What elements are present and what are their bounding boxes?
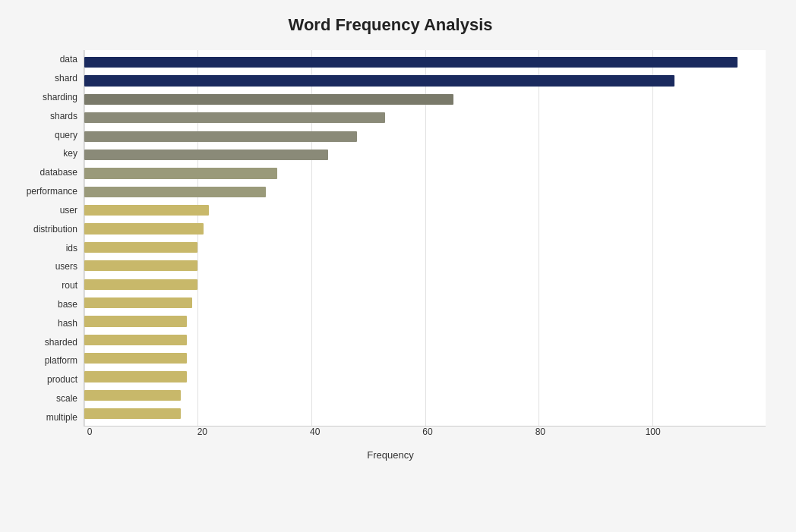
bar	[84, 57, 738, 68]
y-label: hash	[58, 318, 77, 329]
y-label: database	[40, 167, 77, 178]
bar	[84, 353, 187, 364]
bar	[84, 242, 197, 253]
bar	[84, 390, 181, 401]
bar	[84, 168, 277, 178]
bar-row	[84, 294, 766, 312]
bars-wrapper	[84, 50, 766, 426]
bar-row	[84, 349, 766, 367]
y-label: distribution	[33, 224, 77, 235]
chart-title: Word Frequency Analysis	[15, 15, 766, 35]
x-axis-container: 020406080100	[90, 427, 766, 448]
bar	[84, 94, 453, 105]
bar-row	[84, 312, 766, 330]
bar-row	[84, 71, 766, 90]
bar-row	[84, 386, 766, 405]
bar-row	[84, 90, 766, 109]
bar	[84, 187, 266, 197]
bar-row	[84, 219, 766, 238]
bar	[84, 131, 357, 142]
bar	[84, 335, 187, 345]
chart-container: Word Frequency Analysis datashardshardin…	[0, 0, 796, 532]
y-label: key	[63, 148, 77, 159]
bar	[84, 205, 209, 216]
x-tick: 40	[310, 427, 320, 437]
bar-row	[84, 405, 766, 423]
x-tick: 80	[535, 427, 545, 437]
bars-and-grid	[84, 50, 766, 427]
x-tick: 60	[422, 427, 432, 437]
y-label: multiple	[46, 412, 77, 423]
y-label: users	[55, 261, 77, 272]
y-labels: datashardshardingshardsquerykeydatabasep…	[15, 50, 84, 427]
y-label: product	[47, 374, 77, 385]
bar-row	[84, 257, 766, 275]
bar-row	[84, 146, 766, 164]
bar	[84, 297, 192, 308]
bars-section: datashardshardingshardsquerykeydatabasep…	[15, 50, 766, 427]
bar-row	[84, 201, 766, 219]
bar	[84, 75, 674, 86]
y-label: ids	[66, 243, 77, 253]
bar-row	[84, 238, 766, 257]
y-label: rout	[62, 280, 77, 291]
bar	[84, 112, 385, 123]
x-tick: 100	[646, 427, 661, 437]
bar	[84, 371, 187, 382]
bar-row	[84, 275, 766, 294]
bar	[84, 223, 204, 234]
y-label: platform	[45, 355, 77, 366]
y-label: base	[58, 299, 77, 310]
bar	[84, 150, 328, 160]
y-label: scale	[56, 393, 77, 404]
y-label: data	[60, 54, 77, 65]
bar	[84, 260, 197, 271]
bar	[84, 408, 181, 419]
y-label: shards	[50, 111, 77, 121]
bar-row	[84, 331, 766, 349]
bar-row	[84, 109, 766, 127]
x-axis-label: Frequency	[15, 449, 766, 461]
chart-area: datashardshardingshardsquerykeydatabasep…	[15, 50, 766, 461]
y-label: performance	[27, 186, 77, 197]
y-label: user	[60, 205, 77, 216]
bar-row	[84, 367, 766, 386]
x-tick: 0	[87, 427, 93, 437]
bar-row	[84, 127, 766, 146]
bar-row	[84, 53, 766, 71]
bar	[84, 279, 197, 290]
y-label: sharding	[43, 92, 77, 102]
bar-row	[84, 183, 766, 201]
y-label: sharded	[45, 337, 77, 348]
bar	[84, 316, 187, 326]
y-label: query	[55, 130, 77, 140]
y-label: shard	[55, 73, 77, 83]
bar-row	[84, 164, 766, 182]
x-tick: 20	[197, 427, 207, 437]
